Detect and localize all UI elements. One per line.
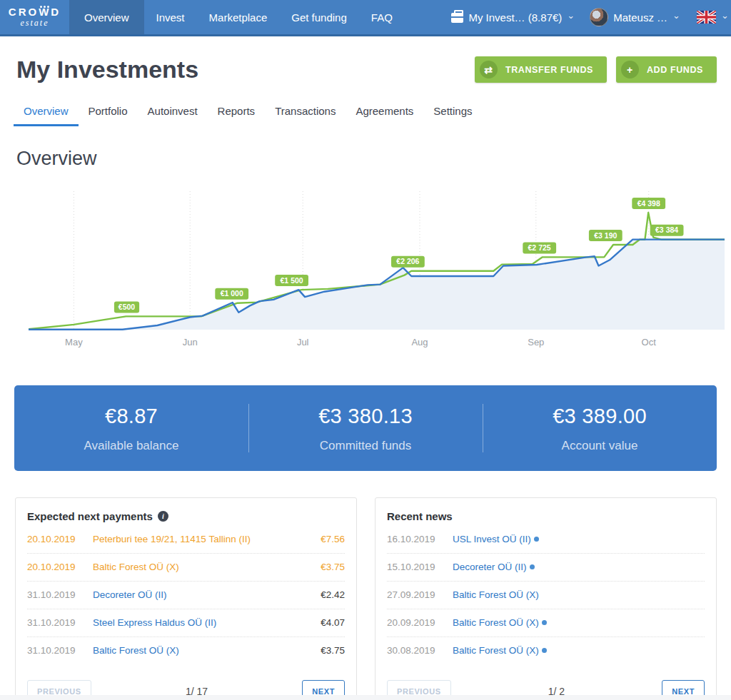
tab-overview[interactable]: Overview	[14, 99, 79, 126]
account-menu-label: My Invest… (8.87€)	[468, 11, 562, 24]
chevron-down-icon: ⌄	[672, 12, 680, 19]
tab-bar: OverviewPortfolioAutoinvestReportsTransa…	[0, 99, 731, 126]
svg-text:Jun: Jun	[183, 337, 198, 348]
payment-project-link[interactable]: Decoreter OÜ (II)	[93, 589, 167, 600]
svg-text:Aug: Aug	[411, 337, 428, 348]
svg-text:Sep: Sep	[528, 337, 544, 348]
payment-row: 31.10.2019Decoreter OÜ (II)€2.42	[27, 582, 345, 609]
nav-item-overview[interactable]: Overview	[69, 0, 144, 34]
logo[interactable]: CROWD estate	[0, 0, 69, 34]
stat-value: €8.87	[14, 405, 248, 428]
svg-text:€3 384: €3 384	[655, 225, 678, 234]
main-nav: OverviewInvestMarketplaceGet fundingFAQ	[69, 0, 405, 34]
logo-subtext: estate	[21, 19, 49, 27]
news-project-link[interactable]: Baltic Forest OÜ (X)	[453, 645, 539, 656]
news-row: 20.09.2019Baltic Forest OÜ (X)	[387, 609, 705, 637]
unread-dot	[542, 648, 547, 653]
svg-text:€2 725: €2 725	[528, 243, 551, 252]
plus-icon: +	[621, 61, 639, 78]
transfer-funds-button[interactable]: ⇄ TRANSFER FUNDS	[475, 56, 607, 83]
account-menu[interactable]: My Invest… (8.87€) ⌄	[451, 11, 575, 24]
payment-project-link[interactable]: Peterburi tee 19/21, 11415 Tallinn (II)	[93, 534, 251, 544]
nav-item-invest[interactable]: Invest	[144, 0, 197, 34]
tab-portfolio[interactable]: Portfolio	[79, 99, 138, 126]
news-row: 16.10.2019USL Invest OÜ (II)	[387, 526, 705, 554]
news-date: 27.09.2019	[387, 589, 453, 600]
payment-project-link[interactable]: Steel Express Haldus OÜ (II)	[93, 617, 216, 628]
svg-text:€2 206: €2 206	[396, 257, 419, 265]
info-icon[interactable]: i	[158, 511, 168, 522]
payment-row: 20.10.2019Peterburi tee 19/21, 11415 Tal…	[27, 526, 345, 554]
tab-agreements[interactable]: Agreements	[346, 99, 423, 126]
payment-amount: €2.42	[321, 589, 345, 600]
stat-label: Available balance	[14, 439, 248, 453]
svg-text:Oct: Oct	[642, 337, 657, 348]
uk-flag-icon	[697, 11, 716, 24]
nav-item-marketplace[interactable]: Marketplace	[197, 0, 280, 34]
news-project-link[interactable]: Decoreter OÜ (II)	[453, 562, 527, 572]
news-project-link[interactable]: USL Invest OÜ (II)	[453, 534, 531, 544]
payment-amount: €3.75	[321, 645, 345, 656]
recent-news-title: Recent news	[387, 510, 453, 522]
payment-date: 31.10.2019	[27, 617, 93, 628]
add-funds-label: ADD FUNDS	[647, 65, 703, 75]
unread-dot	[542, 620, 547, 625]
user-menu[interactable]: Mateusz … ⌄	[590, 8, 680, 26]
news-date: 16.10.2019	[387, 534, 453, 544]
overview-chart: MayJunJulAugSepOct€500€1 000€1 500€2 206…	[29, 187, 725, 357]
svg-text:May: May	[65, 337, 83, 348]
unread-dot	[534, 537, 539, 542]
stat-value: €3 380.13	[248, 405, 483, 428]
app-header: CROWD estate OverviewInvestMarketplaceGe…	[0, 0, 731, 36]
payment-row: 20.10.2019Baltic Forest OÜ (X)€3.75	[27, 554, 345, 582]
payment-row: 31.10.2019Steel Express Haldus OÜ (II)€4…	[27, 609, 345, 637]
svg-text:€4 398: €4 398	[637, 199, 660, 208]
add-funds-button[interactable]: + ADD FUNDS	[616, 56, 717, 83]
user-menu-label: Mateusz …	[613, 11, 667, 24]
payment-project-link[interactable]: Baltic Forest OÜ (X)	[93, 562, 179, 572]
chevron-down-icon: ⌄	[721, 12, 728, 19]
news-date: 15.10.2019	[387, 562, 453, 572]
stat-committed-funds: €3 380.13Committed funds	[248, 385, 483, 471]
svg-text:Jul: Jul	[297, 337, 309, 348]
section-title: Overview	[16, 148, 731, 170]
news-project-link[interactable]: Baltic Forest OÜ (X)	[453, 589, 539, 600]
news-row: 15.10.2019Decoreter OÜ (II)	[387, 554, 705, 582]
tab-reports[interactable]: Reports	[208, 99, 266, 126]
transfer-funds-label: TRANSFER FUNDS	[505, 65, 593, 75]
footer-edge	[0, 695, 731, 700]
chevron-down-icon: ⌄	[567, 12, 575, 19]
logo-text: CROWD	[9, 7, 61, 17]
balance-summary-band: €8.87Available balance€3 380.13Committed…	[14, 385, 717, 471]
tab-settings[interactable]: Settings	[423, 99, 482, 126]
stat-value: €3 389.00	[483, 405, 717, 428]
payment-amount: €4.07	[321, 617, 345, 628]
unread-dot	[530, 564, 535, 569]
language-menu[interactable]: ⌄	[697, 11, 728, 24]
logo-crown-dots	[40, 6, 49, 8]
payment-date: 31.10.2019	[27, 589, 93, 600]
briefcase-icon	[451, 13, 463, 23]
payment-project-link[interactable]: Baltic Forest OÜ (X)	[93, 645, 179, 656]
expected-payments-panel: Expected next payments i 20.10.2019Peter…	[15, 497, 357, 700]
nav-item-get-funding[interactable]: Get funding	[279, 0, 359, 34]
svg-text:€1 500: €1 500	[281, 276, 303, 285]
payment-amount: €3.75	[321, 562, 345, 572]
tab-transactions[interactable]: Transactions	[265, 99, 346, 126]
payment-row: 31.10.2019Baltic Forest OÜ (X)€3.75	[27, 637, 345, 664]
news-project-link[interactable]: Baltic Forest OÜ (X)	[453, 617, 539, 628]
nav-item-faq[interactable]: FAQ	[359, 0, 405, 34]
stat-available-balance: €8.87Available balance	[14, 385, 248, 471]
stat-label: Committed funds	[248, 439, 483, 453]
news-date: 20.09.2019	[387, 617, 453, 628]
tab-autoinvest[interactable]: Autoinvest	[138, 99, 208, 126]
page-title: My Investments	[16, 56, 198, 83]
news-row: 27.09.2019Baltic Forest OÜ (X)	[387, 582, 705, 609]
avatar	[590, 8, 608, 26]
transfer-icon: ⇄	[480, 61, 498, 78]
account-value-chart: MayJunJulAugSepOct€500€1 000€1 500€2 206…	[29, 187, 725, 354]
stat-account-value: €3 389.00Account value	[483, 385, 717, 471]
recent-news-panel: Recent news 16.10.2019USL Invest OÜ (II)…	[375, 497, 717, 700]
svg-text:€3 190: €3 190	[594, 231, 617, 240]
stat-label: Account value	[483, 439, 717, 453]
